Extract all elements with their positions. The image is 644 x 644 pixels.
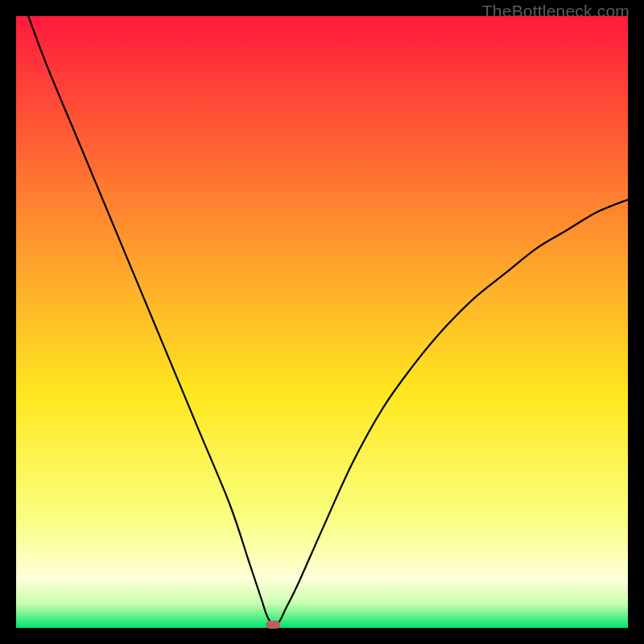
minimum-marker	[266, 621, 280, 629]
chart-frame	[16, 16, 628, 628]
bottleneck-curve	[16, 16, 628, 628]
